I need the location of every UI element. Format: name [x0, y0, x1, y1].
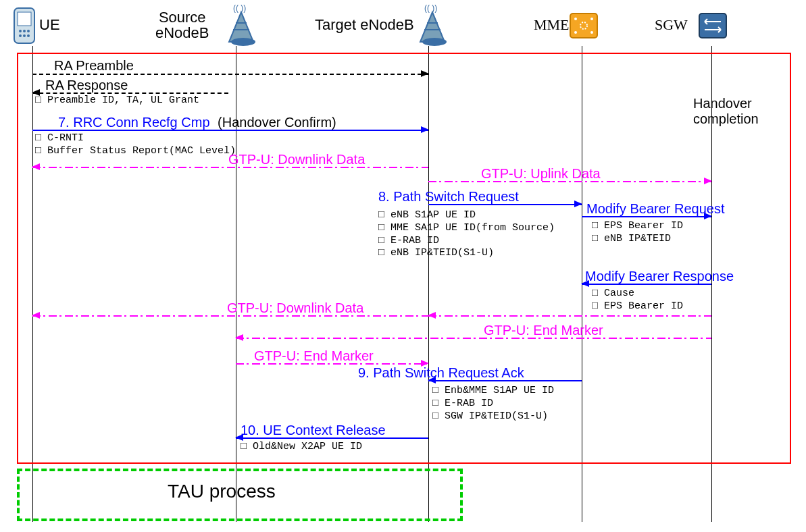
path-switch-req-params: eNB S1AP UE ID MME SA1P UE ID(from Sourc… — [378, 209, 555, 260]
ue-ctx-release-label: 10. UE Context Release — [241, 423, 386, 438]
svg-rect-1 — [18, 12, 31, 26]
ue-ctx-release-params: Old&New X2AP UE ID — [241, 441, 362, 454]
svg-point-5 — [19, 34, 22, 37]
sgw-icon — [698, 12, 728, 39]
svg-point-4 — [27, 30, 30, 32]
source-enodeb-icon: (( )) — [221, 3, 261, 46]
sgw-label: SGW — [655, 16, 688, 34]
ra-response-label: RA Response — [45, 78, 128, 93]
ul-data-label: GTP-U: Uplink Data — [481, 166, 601, 182]
svg-point-14 — [574, 18, 577, 20]
svg-point-3 — [23, 30, 26, 32]
svg-point-15 — [590, 18, 593, 20]
target-enodeb-label: Target eNodeB — [315, 16, 414, 34]
end-marker-1-label: GTP-U: End Marker — [484, 323, 603, 338]
end-marker-2-label: GTP-U: End Marker — [254, 348, 374, 364]
target-enodeb-icon: (( )) — [412, 3, 453, 46]
svg-point-9 — [231, 38, 255, 46]
svg-point-16 — [574, 31, 577, 34]
svg-point-6 — [23, 34, 26, 37]
svg-point-17 — [590, 31, 593, 34]
sequence-diagram: (( )) (( )) UE Source eNodeB Target e — [0, 0, 806, 532]
dl-data-2-label: GTP-U: Downlink Data — [227, 300, 363, 316]
path-switch-ack-label: 9. Path Switch Request Ack — [358, 365, 524, 381]
mod-bearer-rsp-params: Cause EPS Bearer ID — [592, 288, 683, 313]
mod-bearer-req-params: EPS Bearer ID eNB IP&TEID — [592, 220, 683, 246]
tau-process-label: TAU process — [168, 481, 276, 502]
svg-text:(( )): (( )) — [233, 3, 246, 13]
ra-preamble-label: RA Preamble — [54, 58, 134, 74]
ra-response-params: Preamble ID, TA, UL Grant — [35, 95, 199, 107]
mme-label: MME — [534, 16, 570, 34]
svg-point-2 — [19, 30, 22, 32]
ue-label: UE — [39, 16, 60, 34]
mod-bearer-rsp-label: Modify Bearer Response — [585, 269, 734, 284]
svg-rect-12 — [570, 14, 597, 38]
rrc-recfg-cmp-params: C-RNTI Buffer Status Report(MAC Level) — [35, 132, 236, 158]
svg-point-7 — [27, 34, 30, 37]
mme-icon — [569, 12, 599, 39]
svg-text:(( )): (( )) — [424, 3, 437, 13]
svg-rect-18 — [699, 14, 726, 38]
source-enodeb-label: Source eNodeB — [155, 9, 209, 41]
svg-point-11 — [422, 38, 447, 46]
path-switch-req-label: 8. Path Switch Request — [378, 189, 519, 205]
ue-icon — [12, 7, 36, 45]
rrc-recfg-cmp-label: 7. RRC Conn Recfg Cmp (Handover Confirm) — [58, 115, 336, 130]
dl-data-1-label: GTP-U: Downlink Data — [228, 152, 365, 167]
path-switch-ack-params: Enb&MME S1AP UE ID E-RAB ID SGW IP&TEID(… — [432, 385, 554, 423]
phase-label: Handover completion — [693, 96, 759, 127]
